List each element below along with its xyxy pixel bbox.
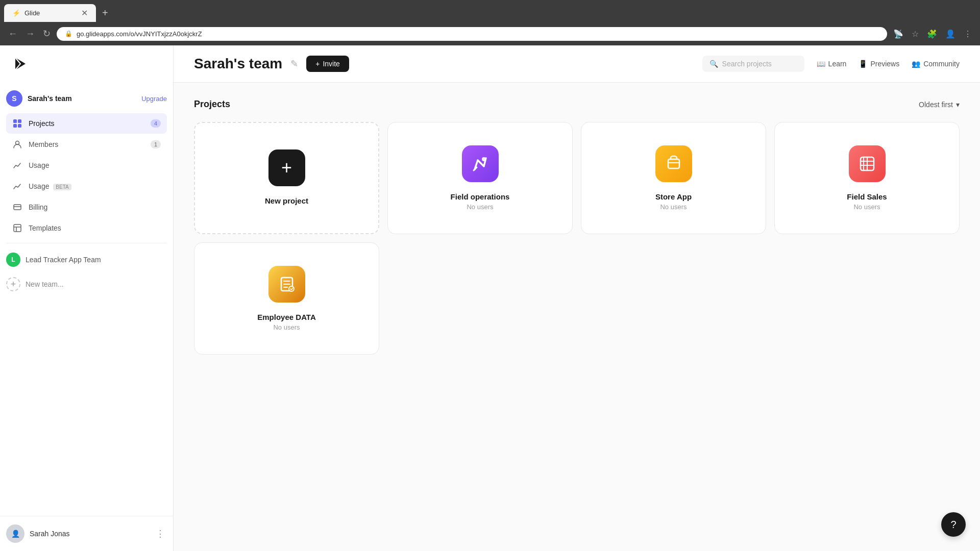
team-info: S Sarah's team: [6, 90, 72, 107]
browser-chrome: ⚡ Glide ✕ + ← → ↻ 🔒 go.glideapps.com/o/v…: [0, 0, 980, 45]
nav-item-templates[interactable]: Templates: [6, 218, 167, 238]
learn-label: Learn: [828, 60, 847, 68]
nav-item-usage-beta[interactable]: Usage BETA: [6, 176, 167, 196]
usage-icon: [12, 160, 22, 170]
projects-grid-row2: Employee DATA No users: [194, 242, 960, 355]
invite-plus-icon: +: [315, 60, 320, 68]
glide-logo-icon: [12, 56, 29, 72]
team-avatar: S: [6, 90, 22, 107]
community-icon: 👥: [912, 60, 920, 68]
community-label: Community: [923, 60, 960, 68]
section-header: Projects Oldest first ▾: [194, 99, 960, 110]
search-placeholder: Search projects: [722, 60, 772, 68]
projects-label: Projects: [29, 119, 144, 128]
page-title: Sarah's team: [194, 56, 282, 72]
cast-button[interactable]: 📡: [891, 27, 905, 41]
projects-grid: + New project Field operations No: [194, 122, 960, 234]
svg-rect-13: [668, 159, 679, 168]
edit-team-name-icon[interactable]: ✎: [290, 58, 298, 69]
members-icon: [12, 139, 22, 149]
project-card-field-operations[interactable]: Field operations No users: [387, 122, 573, 234]
nav-section: Projects 4 Members 1 Usage Usag: [0, 113, 173, 239]
new-team-button[interactable]: + New team...: [0, 272, 173, 296]
search-projects-bar[interactable]: 🔍 Search projects: [702, 56, 804, 72]
sort-label: Oldest first: [919, 101, 953, 109]
usage-label: Usage: [29, 161, 161, 169]
field-sales-users: No users: [853, 203, 880, 211]
store-app-name: Store App: [655, 192, 692, 201]
address-bar[interactable]: 🔒 go.glideapps.com/o/vvJNYITxjzzA0okjckr…: [57, 27, 887, 41]
field-operations-users: No users: [467, 203, 493, 211]
learn-icon: 📖: [817, 60, 825, 68]
lead-tracker-label: Lead Tracker App Team: [26, 256, 101, 264]
store-app-users: No users: [660, 203, 687, 211]
svg-rect-5: [14, 205, 21, 210]
user-info: 👤 Sarah Jonas: [6, 524, 70, 543]
header-actions: 🔍 Search projects 📖 Learn 📱 Previews 👥 C…: [702, 56, 960, 72]
upgrade-button[interactable]: Upgrade: [141, 95, 167, 103]
back-button[interactable]: ←: [6, 27, 19, 41]
usage-beta-label: Usage BETA: [29, 182, 161, 190]
templates-label: Templates: [29, 224, 161, 232]
members-label: Members: [29, 140, 144, 148]
nav-item-usage[interactable]: Usage: [6, 155, 167, 176]
user-more-button[interactable]: ⋮: [154, 526, 167, 541]
store-app-icon: [655, 145, 692, 182]
refresh-button[interactable]: ↻: [41, 26, 53, 41]
help-icon: ?: [950, 519, 956, 531]
previews-button[interactable]: 📱 Previews: [859, 60, 899, 68]
invite-label: Invite: [323, 60, 339, 68]
employee-data-users: No users: [273, 323, 300, 331]
projects-icon: [12, 118, 22, 129]
extensions-button[interactable]: 🧩: [925, 27, 939, 41]
nav-item-projects[interactable]: Projects 4: [6, 113, 167, 134]
new-team-label: New team...: [26, 280, 64, 288]
profile-button[interactable]: 👤: [943, 27, 958, 41]
nav-item-billing[interactable]: Billing: [6, 197, 167, 217]
employee-data-name: Employee DATA: [257, 313, 315, 321]
main-header: Sarah's team ✎ + Invite 🔍 Search project…: [174, 45, 980, 83]
bookmark-button[interactable]: ☆: [910, 27, 921, 41]
help-button[interactable]: ?: [941, 512, 966, 537]
community-button[interactable]: 👥 Community: [912, 60, 960, 68]
new-project-card[interactable]: + New project: [194, 122, 379, 234]
new-tab-button[interactable]: +: [98, 5, 112, 21]
nav-item-members[interactable]: Members 1: [6, 134, 167, 155]
svg-rect-3: [18, 124, 21, 128]
previews-icon: 📱: [859, 60, 867, 68]
svg-rect-7: [14, 224, 21, 232]
invite-button[interactable]: + Invite: [306, 56, 349, 72]
app: S Sarah's team Upgrade Projects 4 Member…: [0, 45, 980, 551]
user-avatar: 👤: [6, 524, 24, 543]
sort-dropdown[interactable]: Oldest first ▾: [919, 101, 960, 109]
sidebar-footer: 👤 Sarah Jonas ⋮: [0, 516, 173, 551]
team-name-label: Sarah's team: [28, 94, 72, 103]
employee-data-icon: [268, 266, 305, 303]
project-card-employee-data[interactable]: Employee DATA No users: [194, 242, 379, 355]
usage-beta-icon: [12, 181, 22, 191]
project-card-store-app[interactable]: Store App No users: [581, 122, 766, 234]
team-header: S Sarah's team Upgrade: [0, 84, 173, 113]
project-card-field-sales[interactable]: Field Sales No users: [774, 122, 960, 234]
lead-tracker-avatar: L: [6, 253, 20, 267]
active-tab[interactable]: ⚡ Glide ✕: [4, 4, 96, 22]
lead-tracker-team[interactable]: L Lead Tracker App Team: [0, 247, 173, 272]
more-options-button[interactable]: ⋮: [962, 27, 974, 41]
new-project-label: New project: [265, 196, 308, 205]
tab-close-button[interactable]: ✕: [81, 8, 88, 18]
sidebar: S Sarah's team Upgrade Projects 4 Member…: [0, 45, 174, 551]
learn-button[interactable]: 📖 Learn: [817, 60, 847, 68]
tab-title: Glide: [24, 9, 40, 17]
field-sales-name: Field Sales: [847, 192, 887, 201]
logo[interactable]: [0, 45, 173, 84]
field-operations-icon: [462, 145, 499, 182]
previews-label: Previews: [870, 60, 899, 68]
new-project-icon: +: [268, 149, 305, 186]
billing-label: Billing: [29, 203, 161, 211]
new-team-icon: +: [6, 277, 20, 291]
svg-rect-2: [13, 124, 17, 128]
field-operations-name: Field operations: [451, 192, 510, 201]
forward-button[interactable]: →: [23, 27, 37, 41]
tab-favicon: ⚡: [12, 9, 20, 17]
billing-icon: [12, 202, 22, 212]
